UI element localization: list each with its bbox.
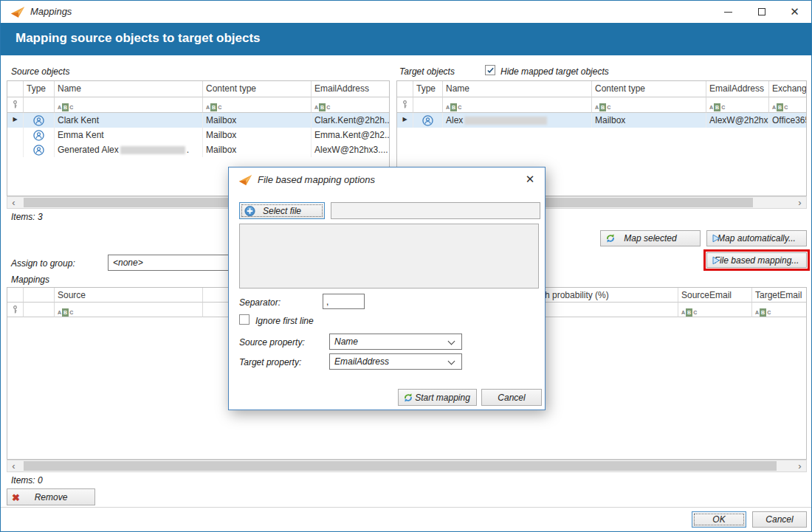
footer-separator: [1, 507, 811, 508]
user-icon: [24, 113, 55, 128]
filter-pin-icon: [7, 303, 24, 317]
header-exchange[interactable]: Exchange...: [769, 81, 807, 97]
scroll-left-icon[interactable]: ‹: [7, 197, 20, 208]
page-title: Mapping source objects to target objects: [16, 31, 261, 46]
target-property-value: EmailAddress: [334, 356, 389, 367]
user-icon: [24, 142, 55, 157]
cancel-label: Cancel: [765, 514, 793, 525]
footer-cancel-button[interactable]: Cancel: [752, 511, 807, 528]
header-source[interactable]: Source: [55, 288, 203, 303]
filter-exchange[interactable]: ABC: [769, 97, 807, 113]
hide-mapped-checkbox[interactable]: [485, 65, 495, 75]
start-mapping-button[interactable]: Start mapping: [398, 389, 477, 406]
dialog-title: File based mapping options: [258, 174, 375, 185]
select-file-label: Select file: [263, 206, 301, 216]
separator-input[interactable]: ,: [323, 294, 365, 309]
target-row-alex[interactable]: ▶ Alex Mailbox AlexW@2h2hx3... Office365…: [397, 113, 806, 128]
target-property-select[interactable]: EmailAddress: [329, 353, 462, 370]
ignore-first-line-label: Ignore first line: [255, 316, 314, 326]
scroll-right-icon[interactable]: ›: [794, 197, 806, 208]
filter-type[interactable]: [413, 97, 443, 113]
target-property-label: Target property:: [239, 357, 301, 367]
minimize-icon: [724, 12, 732, 13]
play-icon: [712, 256, 720, 265]
source-property-select[interactable]: Name: [329, 334, 462, 350]
filter-content-type[interactable]: ABC: [203, 97, 312, 113]
source-row-clark[interactable]: ▶ Clark Kent Mailbox Clark.Kent@2h2h...: [7, 113, 389, 128]
filter-source[interactable]: ABC: [55, 303, 203, 317]
abc-filter-icon: ABC: [206, 103, 221, 111]
abc-filter-icon: ABC: [772, 103, 788, 111]
header-source-email[interactable]: SourceEmail: [678, 288, 752, 303]
source-row-generated[interactable]: Generated Alex. Mailbox AlexW@2h2hx3....: [7, 142, 389, 157]
file-based-mapping-dialog: File based mapping options ✕ Select file…: [228, 167, 546, 410]
abc-filter-icon: ABC: [595, 103, 610, 111]
minimize-button[interactable]: [712, 1, 745, 23]
cell-exchange: Office365...: [769, 113, 807, 128]
ok-button[interactable]: OK: [692, 511, 746, 528]
filter-email[interactable]: ABC: [312, 97, 390, 113]
user-icon: [413, 113, 443, 128]
sync-icon: [605, 233, 616, 243]
remove-x-icon: ✖: [12, 491, 20, 502]
source-objects-label: Source objects: [11, 66, 69, 77]
filter-source-email[interactable]: ABC: [678, 303, 752, 317]
filter-name[interactable]: ABC: [443, 97, 592, 113]
filter-email[interactable]: ABC: [706, 97, 769, 113]
remove-button[interactable]: ✖ Remove: [7, 488, 95, 505]
header-name[interactable]: Name: [55, 81, 203, 97]
header-match-probability[interactable]: Match probability (%): [523, 288, 678, 303]
map-automatically-button[interactable]: Map automatically...: [706, 230, 807, 246]
abc-filter-icon: ABC: [755, 308, 771, 317]
map-automatically-label: Map automatically...: [718, 233, 796, 243]
source-grid-filter-row[interactable]: ABC ABC ABC: [7, 97, 389, 113]
checkmark-icon: [486, 66, 495, 75]
header-email[interactable]: EmailAddress: [312, 81, 390, 97]
abc-filter-icon: ABC: [709, 103, 725, 111]
select-file-button[interactable]: Select file: [239, 202, 325, 219]
header-type[interactable]: Type: [413, 81, 443, 97]
hide-mapped-label: Hide mapped target objects: [500, 66, 609, 77]
remove-label: Remove: [35, 492, 68, 502]
filter-name[interactable]: ABC: [55, 97, 203, 113]
map-selected-label: Map selected: [624, 233, 676, 243]
redacted-blur: [120, 146, 185, 154]
target-grid-filter-row[interactable]: ABC ABC ABC ABC: [397, 97, 806, 113]
map-selected-button[interactable]: Map selected: [600, 230, 701, 246]
current-row-arrow-icon: ▶: [397, 113, 413, 128]
header-content-type[interactable]: Content type: [203, 81, 312, 97]
page-header: Mapping source objects to target objects: [1, 23, 811, 55]
maximize-button[interactable]: [745, 1, 778, 23]
filter-target-email[interactable]: ABC: [752, 303, 807, 317]
file-path-field[interactable]: [331, 202, 540, 219]
header-target-email[interactable]: TargetEmail: [752, 288, 807, 303]
close-icon: ✕: [790, 5, 799, 18]
target-objects-label: Target objects: [399, 66, 455, 77]
ignore-first-line-checkbox[interactable]: [239, 314, 250, 325]
mappings-label: Mappings: [11, 274, 49, 285]
scroll-left-icon[interactable]: ‹: [7, 460, 20, 471]
file-preview-panel: [239, 224, 539, 289]
scrollbar-thumb[interactable]: [24, 461, 777, 471]
filter-content-type[interactable]: ABC: [592, 97, 706, 113]
header-type[interactable]: Type: [24, 81, 55, 97]
dialog-close-button[interactable]: ✕: [521, 172, 539, 187]
sync-icon: [403, 393, 413, 403]
header-selector: [7, 81, 24, 97]
file-based-mapping-button[interactable]: File based mapping...: [706, 252, 807, 268]
chevron-down-icon: [448, 358, 455, 365]
close-button[interactable]: ✕: [778, 1, 811, 23]
lower-horizontal-scrollbar[interactable]: ‹ ›: [7, 460, 807, 472]
filter-type[interactable]: [24, 97, 55, 113]
header-content-type[interactable]: Content type: [592, 81, 706, 97]
file-based-mapping-label: File based mapping...: [715, 255, 799, 266]
abc-filter-icon: ABC: [58, 308, 73, 317]
scroll-right-icon[interactable]: ›: [794, 460, 806, 471]
title-bar: Mappings ✕: [1, 1, 811, 23]
cell-email: Clark.Kent@2h2h...: [312, 113, 390, 128]
separator-label: Separator:: [239, 297, 281, 308]
dialog-cancel-button[interactable]: Cancel: [481, 389, 542, 406]
header-name[interactable]: Name: [443, 81, 592, 97]
header-email[interactable]: EmailAddress: [706, 81, 769, 97]
source-row-emma[interactable]: Emma Kent Mailbox Emma.Kent@2h2...: [7, 128, 389, 142]
